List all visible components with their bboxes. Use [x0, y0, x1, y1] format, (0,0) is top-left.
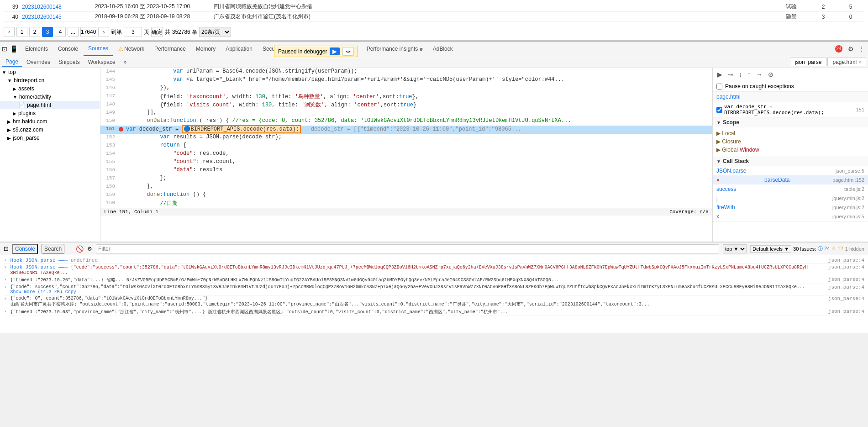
file-tab-json-parse[interactable]: json_parse	[790, 58, 827, 66]
call-stack-item-firewith[interactable]: fireWith jquery.min.js:2	[713, 203, 868, 212]
file-tab-page-html[interactable]: page.html ×	[827, 58, 866, 66]
goto-confirm[interactable]: 确定	[151, 27, 163, 37]
per-page-select[interactable]: 20条/页 50条/页 100条/页	[199, 27, 231, 37]
scope-local[interactable]: ▶ Local	[716, 129, 864, 137]
tree-item-json-parse[interactable]: ▶ json_parse	[0, 134, 100, 142]
scope-closure[interactable]: ▶ Closure	[716, 137, 864, 146]
log-source[interactable]: json_parse:4	[810, 309, 864, 314]
tree-item-home-activity[interactable]: ▼ home/activity	[0, 93, 100, 101]
issues-count: 24	[835, 45, 842, 53]
line-content: var decode_str = 🔵BIRDREPORT_APIS.decode…	[124, 126, 712, 132]
call-stack-item-success[interactable]: success table.js:2	[713, 185, 868, 194]
call-stack-item-json-parse[interactable]: JSON.parse json_parse:5	[713, 166, 868, 175]
code-editor-pane: 144 var urlParam = Base64.encode(JSON.st…	[100, 68, 713, 242]
log-source[interactable]: json_parse:4	[810, 264, 864, 270]
log-source[interactable]: json_parse:4	[810, 277, 864, 282]
tree-item-plugins[interactable]: ▶ plugins	[0, 109, 100, 117]
step-into-button[interactable]: ↓	[738, 70, 743, 79]
tree-item-page-html[interactable]: 📄 page.html	[0, 101, 100, 109]
filter-icon[interactable]: ⚙	[87, 246, 92, 252]
page-tab-workspace[interactable]: Workspace	[84, 58, 119, 66]
issues-badge: 24	[835, 45, 842, 53]
log-source[interactable]: json_parse:4	[810, 258, 864, 263]
pause-on-exceptions-label: Pause on caught exceptions	[725, 83, 794, 90]
clear-icon[interactable]: 🚫	[76, 245, 84, 253]
call-stack-item-x[interactable]: x jquery.min.js:5	[713, 212, 868, 221]
devtools-toolbar: ⊡ 📱 Elements Console Sources ⚠ Network P…	[0, 42, 868, 56]
console-log-text: {"timeed":"2023-10-03","province_name":"…	[11, 309, 808, 315]
pagination-next[interactable]: ›	[98, 27, 109, 37]
tab-adblock[interactable]: AdBlock	[428, 42, 458, 56]
console-tab-console[interactable]: Console	[12, 244, 38, 254]
page-tab-snippets[interactable]: Snippets	[55, 58, 84, 66]
line-content: done:function () {	[119, 191, 712, 198]
tree-item-hm-baidu[interactable]: ▶ hm.baidu.com	[0, 117, 100, 126]
step-out-button[interactable]: ↑	[747, 70, 752, 79]
call-stack-section: ▼ Call Stack JSON.parse json_parse:5 ● p…	[713, 156, 868, 221]
inspect-icon[interactable]: ⊡	[2, 45, 7, 53]
tab-elements[interactable]: Elements	[21, 42, 53, 56]
watch-expression-checkbox[interactable]	[716, 107, 722, 113]
resume-debug-button[interactable]: ▶	[716, 70, 723, 79]
more-icon[interactable]: ⋮	[857, 44, 866, 53]
tree-item-birdreport[interactable]: ▼ birdreport.cn	[0, 76, 100, 84]
page-17640[interactable]: 17640	[80, 27, 96, 37]
call-stack-item-j[interactable]: j jquery.min.js:2	[713, 194, 868, 203]
page-unit-label: 页	[144, 28, 149, 36]
step-button-debug[interactable]: →	[755, 70, 763, 79]
tree-item-s9-cnzz[interactable]: ▶ s9.cnzz.com	[0, 126, 100, 134]
tab-console[interactable]: Console	[53, 42, 83, 56]
pagination-prev[interactable]: ‹	[4, 27, 15, 37]
row-id-link[interactable]: 2023102600148	[22, 4, 95, 10]
context-selector[interactable]: top ▼	[723, 244, 747, 253]
file-tab-close-icon[interactable]: ×	[858, 60, 861, 65]
device-icon[interactable]: 📱	[10, 45, 18, 53]
watch-section: page.html var decode_str = BIRDREPORT_AP…	[713, 92, 868, 117]
page-1[interactable]: 1	[16, 27, 27, 37]
goto-input[interactable]	[124, 27, 142, 37]
settings-icon[interactable]: ⚙	[846, 44, 855, 53]
deactivate-button[interactable]: ⊘	[767, 70, 774, 79]
default-levels-dropdown[interactable]: Default levels ▼	[750, 245, 791, 253]
tree-item-assets[interactable]: ▶ assets	[0, 84, 100, 93]
console-filter-input[interactable]	[96, 244, 719, 253]
tab-network[interactable]: ⚠ Network	[114, 42, 149, 56]
call-stack-item-parse-data[interactable]: ● parseData page.html:152	[713, 175, 868, 185]
page-4[interactable]: 4	[55, 27, 66, 37]
tab-sources[interactable]: Sources	[84, 42, 113, 56]
pause-on-exceptions-checkbox[interactable]	[716, 84, 722, 90]
line-number: 151	[100, 126, 119, 132]
code-line-157: 157 };	[100, 175, 712, 183]
row-id-link[interactable]: 2023102600145	[22, 14, 95, 20]
page-tab-page[interactable]: Page	[2, 58, 22, 67]
log-source[interactable]: json_parse:4	[810, 285, 864, 290]
tab-memory[interactable]: Memory	[191, 42, 220, 56]
scope-global[interactable]: ▶ Global Window	[716, 146, 864, 154]
scope-header[interactable]: ▼ Scope	[713, 117, 868, 127]
tree-item-top[interactable]: ▼ top	[0, 68, 100, 76]
hidden-count: 1 hidden	[845, 246, 864, 252]
watch-file-link[interactable]: page.html	[716, 94, 741, 100]
page-tab-overrides[interactable]: Overrides	[23, 58, 54, 66]
step-button[interactable]: ⤼	[342, 47, 354, 56]
devtools-main: ▼ top ▼ birdreport.cn ▶ assets ▼ home/ac…	[0, 68, 868, 242]
log-source[interactable]: json_parse:4	[810, 296, 864, 301]
console-tab-search[interactable]: Search	[42, 244, 64, 254]
code-line-149: 149 ]],	[100, 109, 712, 117]
tab-perf-insights[interactable]: Performance insights 𝛔	[362, 42, 427, 56]
page-2[interactable]: 2	[29, 27, 40, 37]
page-tab-more[interactable]: »	[120, 58, 131, 66]
log-arrow: ›	[4, 285, 7, 290]
line-content: "code": res.code,	[119, 150, 712, 157]
call-stack-header[interactable]: ▼ Call Stack	[713, 156, 868, 166]
tab-application[interactable]: Application	[221, 42, 257, 56]
page-ellipsis[interactable]: ...	[68, 27, 79, 37]
resume-button[interactable]: ▶	[330, 47, 340, 55]
tab-performance[interactable]: Performance	[150, 42, 190, 56]
console-log-2: › Hook JSON.parse ——→ {"code":"success",…	[4, 264, 864, 276]
step-over-button[interactable]: ⤼	[727, 70, 734, 79]
tree-arrow-icon: ▶	[7, 127, 11, 132]
breakpoint-indicator	[119, 127, 123, 132]
line-content: var urlParam = Base64.encode(JSON.string…	[119, 68, 712, 74]
page-3-active[interactable]: 3	[42, 27, 53, 37]
